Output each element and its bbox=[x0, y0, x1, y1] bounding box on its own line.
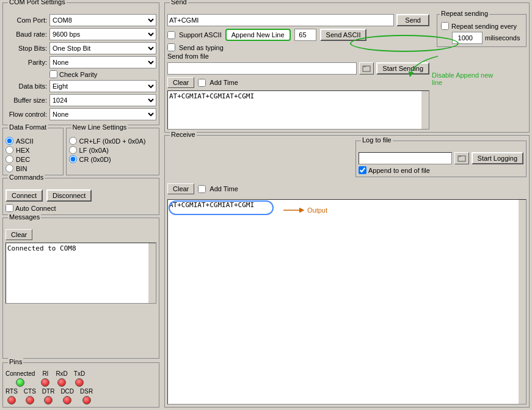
send-file-input[interactable] bbox=[167, 62, 357, 75]
bin-label: BIN bbox=[16, 165, 27, 172]
com-port-title: COM Port Settings bbox=[8, 0, 67, 5]
bin-radio[interactable] bbox=[5, 164, 13, 172]
send-as-typing-checkbox[interactable] bbox=[167, 43, 175, 51]
new-line-title: New Line Settings bbox=[71, 123, 128, 131]
append-new-line-button[interactable]: Append New Line bbox=[225, 29, 291, 41]
send-button[interactable]: Send bbox=[396, 14, 429, 26]
svg-rect-3 bbox=[458, 156, 461, 157]
repeat-ms-label: miliseconds bbox=[485, 34, 520, 42]
connected-led bbox=[16, 378, 24, 387]
rxd-pin: RxD bbox=[56, 370, 67, 387]
data-bits-label: Data bits: bbox=[5, 82, 49, 90]
connected-pin: Connected bbox=[5, 370, 35, 387]
support-ascii-checkbox[interactable] bbox=[167, 31, 175, 39]
parity-select[interactable]: None bbox=[49, 56, 156, 68]
hex-radio[interactable] bbox=[5, 146, 13, 154]
send-add-time-label: Add Time bbox=[210, 79, 238, 86]
messages-textarea[interactable] bbox=[6, 243, 148, 303]
rxd-led bbox=[57, 378, 66, 387]
com-port-select[interactable]: COM8 bbox=[49, 14, 156, 26]
ri-pin: RI bbox=[41, 370, 49, 387]
crlf-label: CR+LF (0x0D + 0x0A) bbox=[79, 137, 146, 145]
send-add-time-checkbox[interactable] bbox=[198, 79, 206, 87]
baud-rate-label: Baud rate: bbox=[5, 31, 49, 38]
send-as-typing-label: Send as typing bbox=[179, 44, 224, 51]
disconnect-button[interactable]: Disconnect bbox=[46, 189, 92, 202]
stop-bits-label: Stop Bits: bbox=[5, 45, 49, 52]
check-parity-label: Check Parity bbox=[59, 71, 97, 78]
dsr-pin: DSR bbox=[80, 388, 93, 405]
dcd-led bbox=[63, 396, 71, 405]
repeat-interval-input[interactable] bbox=[452, 32, 483, 44]
rts-pin: RTS bbox=[5, 388, 18, 405]
support-ascii-label: Support ASCII bbox=[179, 31, 222, 38]
dec-radio[interactable] bbox=[5, 155, 13, 163]
repeat-label-text: Repeat sending every bbox=[451, 23, 517, 30]
cts-led bbox=[26, 396, 34, 405]
lf-radio[interactable] bbox=[69, 146, 77, 154]
repeat-checkbox[interactable] bbox=[441, 22, 449, 30]
dtr-led bbox=[44, 396, 53, 405]
receive-scrollbar[interactable] bbox=[519, 200, 526, 404]
receive-add-time-label: Add Time bbox=[210, 185, 238, 192]
baud-rate-select[interactable]: 9600 bps bbox=[49, 28, 156, 40]
hex-label: HEX bbox=[16, 147, 30, 154]
receive-title: Receive bbox=[170, 131, 197, 138]
log-file-input[interactable] bbox=[359, 152, 452, 164]
stop-bits-select[interactable]: One Stop Bit bbox=[49, 42, 156, 54]
lf-label: LF (0x0A) bbox=[79, 147, 109, 154]
auto-connect-label: Auto Connect bbox=[15, 205, 56, 212]
start-logging-button[interactable]: Start Logging bbox=[472, 152, 523, 164]
check-parity-checkbox[interactable] bbox=[49, 70, 57, 78]
crlf-radio[interactable] bbox=[69, 137, 77, 145]
dsr-led bbox=[82, 396, 91, 405]
send-title: Send bbox=[170, 0, 188, 5]
dec-label: DEC bbox=[16, 156, 30, 163]
flow-control-select[interactable]: None bbox=[49, 108, 156, 120]
receive-add-time-checkbox[interactable] bbox=[198, 185, 206, 193]
cr-label: CR (0x0D) bbox=[79, 156, 111, 163]
ascii-label: ASCII bbox=[16, 137, 34, 145]
txd-pin: TxD bbox=[74, 370, 85, 387]
data-format-title: Data Format bbox=[8, 123, 48, 131]
log-browse-button[interactable] bbox=[454, 152, 469, 164]
commands-title: Commands bbox=[8, 174, 45, 181]
buffer-size-label: Buffer size: bbox=[5, 97, 49, 104]
repeat-title: Repeat sending bbox=[440, 10, 489, 17]
flow-control-label: Flow control: bbox=[5, 111, 49, 118]
buffer-size-select[interactable]: 1024 bbox=[49, 94, 156, 106]
ascii-radio[interactable] bbox=[5, 137, 13, 145]
data-bits-select[interactable]: Eight bbox=[49, 80, 156, 92]
output-annotation: Output bbox=[307, 207, 327, 214]
dtr-pin: DTR bbox=[42, 388, 55, 405]
messages-title: Messages bbox=[8, 213, 41, 221]
svg-rect-1 bbox=[363, 66, 366, 67]
cr-radio[interactable] bbox=[69, 155, 77, 163]
send-file-browse-button[interactable] bbox=[359, 62, 374, 75]
send-clear-button[interactable]: Clear bbox=[167, 77, 194, 88]
ascii-value-input[interactable] bbox=[294, 29, 316, 41]
txd-led bbox=[75, 378, 84, 387]
cts-pin: CTS bbox=[24, 388, 36, 405]
rts-led bbox=[7, 396, 16, 405]
append-to-end-label: Append to end of file bbox=[368, 167, 430, 174]
receive-textarea[interactable]: AT+CGMIAT+CGMIAT+CGMI bbox=[168, 200, 519, 404]
messages-clear-button[interactable]: Clear bbox=[5, 229, 32, 240]
pins-title: Pins bbox=[8, 358, 23, 365]
append-to-end-checkbox[interactable] bbox=[359, 166, 366, 174]
connect-button[interactable]: Connect bbox=[5, 189, 43, 202]
send-scrollbar[interactable] bbox=[421, 91, 429, 129]
com-port-label: Com Port: bbox=[5, 16, 49, 24]
send-ascii-button[interactable]: Send ASCII bbox=[320, 29, 367, 41]
auto-connect-checkbox[interactable] bbox=[5, 204, 13, 212]
receive-clear-button[interactable]: Clear bbox=[167, 183, 194, 194]
messages-scrollbar[interactable] bbox=[148, 243, 156, 303]
dcd-pin: DCD bbox=[60, 388, 74, 405]
ri-led bbox=[41, 378, 49, 387]
parity-label: Parity: bbox=[5, 59, 49, 66]
send-from-file-label: Send from file bbox=[167, 53, 209, 60]
log-file-title: Log to file bbox=[361, 136, 393, 144]
send-input[interactable] bbox=[167, 14, 394, 26]
send-textarea[interactable]: AT+CGMIAT+CGMIAT+CGMI bbox=[168, 91, 421, 129]
